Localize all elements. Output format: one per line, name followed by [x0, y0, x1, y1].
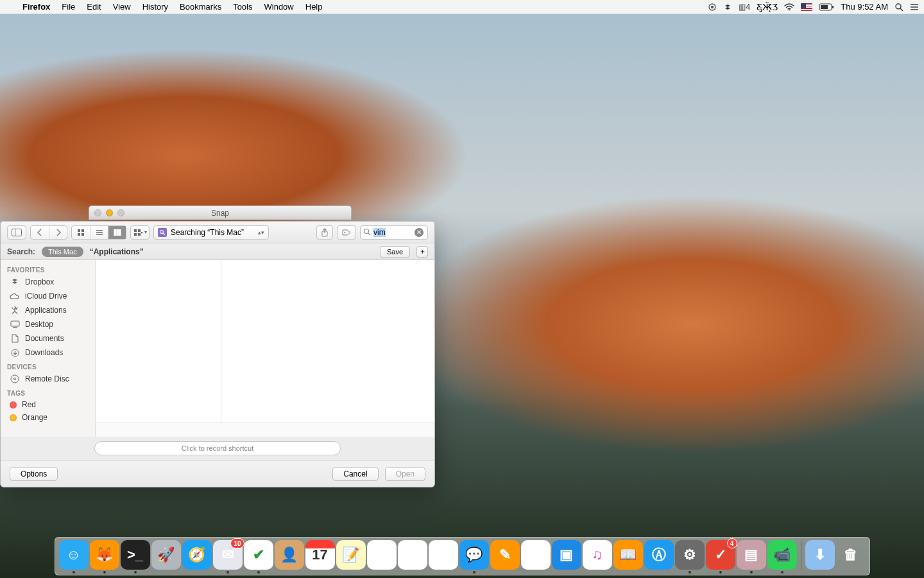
- dock-app-reminders[interactable]: ☑︎: [367, 540, 397, 570]
- svg-point-31: [364, 229, 369, 233]
- scope-this-mac[interactable]: This Mac: [42, 247, 83, 257]
- record-shortcut-field[interactable]: Click to record shortcut: [94, 441, 341, 455]
- dock-app-notes[interactable]: 📝: [336, 540, 366, 570]
- menu-history[interactable]: History: [137, 0, 174, 14]
- sidebar-item-desktop[interactable]: Desktop: [1, 317, 95, 331]
- dock-app-vim[interactable]: ✔︎: [244, 540, 273, 570]
- svg-rect-26: [138, 233, 141, 236]
- svg-line-7: [900, 8, 903, 11]
- save-search-button[interactable]: Save: [380, 246, 410, 258]
- scope-applications[interactable]: “Applications”: [90, 247, 144, 256]
- close-traffic-light[interactable]: [94, 209, 101, 216]
- dock-app-safari[interactable]: 🧭: [182, 540, 212, 570]
- menu-window[interactable]: Window: [259, 0, 300, 14]
- sidebar-toggle-button[interactable]: [7, 225, 26, 240]
- sidebar-item-remote-disc[interactable]: Remote Disc: [1, 372, 95, 386]
- sidebar-section-favorites: Favorites: [1, 263, 95, 275]
- dock-app-pages[interactable]: ✎: [490, 540, 520, 570]
- dock-app-terminal[interactable]: >_: [121, 540, 150, 570]
- dock-app-itunes[interactable]: ♫: [583, 540, 612, 570]
- sidebar-tag-red[interactable]: Red: [1, 398, 95, 411]
- dock-app-photos[interactable]: ✿: [429, 540, 458, 570]
- menu-edit[interactable]: Edit: [81, 0, 107, 14]
- share-button[interactable]: [316, 225, 333, 240]
- sidebar-item-documents[interactable]: Documents: [1, 331, 95, 346]
- snap-window-titlebar[interactable]: Snap: [89, 206, 352, 220]
- dock-app-todoist[interactable]: ✓4: [706, 540, 735, 570]
- applications-icon: [10, 305, 20, 315]
- sidebar-tag-orange[interactable]: Orange: [1, 411, 95, 424]
- dock-app-preferences[interactable]: ⚙︎: [675, 540, 705, 570]
- sidebar-item-icloud[interactable]: iCloud Drive: [1, 289, 95, 303]
- cloud-icon: [10, 291, 20, 301]
- menu-file[interactable]: File: [56, 0, 81, 14]
- svg-rect-5: [821, 5, 828, 9]
- back-button[interactable]: [31, 226, 49, 239]
- disc-icon: [10, 374, 20, 384]
- svg-rect-23: [134, 229, 137, 232]
- cancel-button[interactable]: Cancel: [332, 467, 378, 481]
- path-popup[interactable]: Searching “This Mac” ▴▾: [153, 225, 269, 240]
- minimize-traffic-light[interactable]: [106, 209, 113, 216]
- add-criteria-button[interactable]: ＋: [416, 246, 428, 258]
- dock-app-trash[interactable]: 🗑: [836, 540, 866, 570]
- menu-help[interactable]: Help: [300, 0, 329, 14]
- column-browser[interactable]: [96, 260, 434, 423]
- menu-bookmarks[interactable]: Bookmarks: [174, 0, 227, 14]
- arrange-button[interactable]: ▾: [130, 225, 150, 240]
- notification-center-icon[interactable]: [910, 3, 919, 11]
- battery-icon[interactable]: [819, 3, 834, 11]
- zoom-traffic-light[interactable]: [117, 209, 124, 216]
- dock-app-calendar[interactable]: 17: [305, 540, 335, 570]
- dock-app-messages[interactable]: 💬: [459, 540, 489, 570]
- spotlight-icon[interactable]: [894, 3, 903, 12]
- dock-badge: 4: [727, 538, 737, 548]
- dock-app-ibooks[interactable]: 📖: [613, 540, 643, 570]
- dock-app-numbers[interactable]: ▮: [521, 540, 551, 570]
- dock-app-mail[interactable]: ✉︎10: [213, 540, 243, 570]
- dock-app-appstore[interactable]: Ⓐ: [644, 540, 674, 570]
- dock-app-facetime[interactable]: 📹: [767, 540, 797, 570]
- browser-column-1[interactable]: [96, 260, 221, 423]
- sidebar-item-dropbox[interactable]: Dropbox: [1, 275, 95, 289]
- sidebar-section-devices: Devices: [1, 360, 95, 372]
- dock-app-launchpad[interactable]: 🚀: [151, 540, 181, 570]
- search-field[interactable]: ✕: [360, 225, 428, 240]
- svg-line-32: [368, 233, 370, 235]
- dock-app-finder[interactable]: ☺: [59, 540, 89, 570]
- menu-tools[interactable]: Tools: [227, 0, 258, 14]
- sidebar-section-tags: Tags: [1, 386, 95, 398]
- svg-rect-15: [78, 233, 80, 236]
- icon-view-button[interactable]: [72, 226, 90, 239]
- dropbox-status-icon[interactable]: [723, 3, 732, 12]
- app-name-menu[interactable]: Firefox: [17, 0, 56, 14]
- desktop-icon: [10, 319, 20, 329]
- column-view-button[interactable]: [108, 226, 126, 239]
- list-view-button[interactable]: [90, 226, 108, 239]
- forward-button[interactable]: [49, 226, 67, 239]
- menubar-extra-icon[interactable]: ▥4: [739, 3, 751, 12]
- clock[interactable]: Thu 9:52 AM: [841, 2, 888, 12]
- dock-app-snap[interactable]: ▤: [737, 540, 766, 570]
- input-flag-icon[interactable]: [801, 3, 812, 11]
- butterfly-icon[interactable]: Ƹ̵̡Ӝ̵̨̄Ʒ: [757, 2, 778, 12]
- sidebar-item-applications[interactable]: Applications: [1, 303, 95, 317]
- dock-app-firefox[interactable]: 🦊: [90, 540, 119, 570]
- screenrec-icon[interactable]: [708, 3, 717, 12]
- wifi-icon[interactable]: [784, 3, 794, 11]
- dock-app-keynote[interactable]: ▣: [552, 540, 581, 570]
- sidebar-item-downloads[interactable]: Downloads: [1, 346, 95, 360]
- search-scope-bar: Search: This Mac “Applications” Save ＋: [1, 243, 434, 260]
- search-label: Search:: [7, 247, 35, 256]
- dock-app-slides[interactable]: ▦: [398, 540, 427, 570]
- options-button[interactable]: Options: [10, 467, 58, 481]
- tags-button[interactable]: [337, 225, 356, 240]
- dock-app-downloads[interactable]: ⬇︎: [805, 540, 835, 570]
- browser-preview: [221, 260, 434, 423]
- open-button[interactable]: Open: [385, 467, 425, 481]
- clear-search-button[interactable]: ✕: [415, 228, 424, 237]
- menu-view[interactable]: View: [107, 0, 137, 14]
- svg-rect-4: [832, 6, 834, 8]
- dock-app-contacts[interactable]: 👤: [275, 540, 304, 570]
- search-input[interactable]: [373, 228, 412, 237]
